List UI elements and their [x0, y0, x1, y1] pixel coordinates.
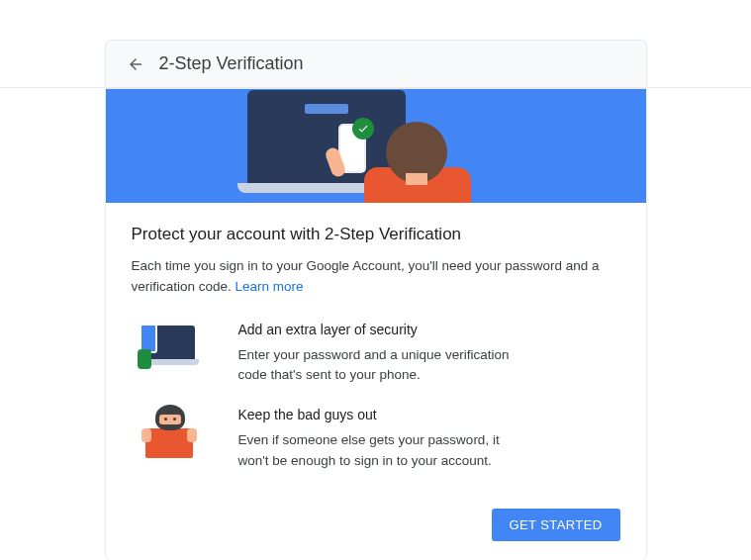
thief-icon	[132, 405, 205, 460]
get-started-button[interactable]: GET STARTED	[492, 509, 620, 541]
feature-description: Even if someone else gets your password,…	[238, 430, 525, 471]
hero-illustration	[106, 89, 646, 203]
learn-more-link[interactable]: Learn more	[235, 279, 304, 294]
feature-security: Add an extra layer of security Enter you…	[132, 320, 620, 386]
feature-badguys: Keep the bad guys out Even if someone el…	[132, 405, 620, 471]
content-heading: Protect your account with 2-Step Verific…	[132, 225, 620, 244]
feature-title: Add an extra layer of security	[238, 322, 620, 337]
phone-laptop-icon	[132, 320, 205, 369]
content-card: Protect your account with 2-Step Verific…	[105, 88, 647, 560]
feature-description: Enter your password and a unique verific…	[238, 345, 525, 386]
checkmark-icon	[352, 118, 374, 140]
arrow-left-icon	[127, 55, 144, 73]
page-header: 2-Step Verification	[105, 40, 647, 87]
back-button[interactable]	[122, 50, 149, 78]
intro-text: Each time you sign in to your Google Acc…	[132, 256, 620, 298]
feature-title: Keep the bad guys out	[238, 407, 620, 422]
page-title: 2-Step Verification	[159, 53, 304, 74]
hero-person-icon	[386, 122, 447, 183]
